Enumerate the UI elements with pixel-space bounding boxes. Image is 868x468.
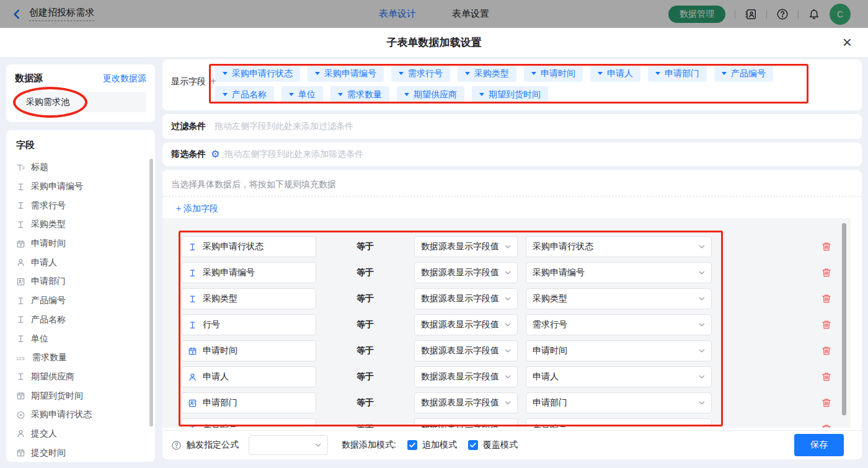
- field-item[interactable]: 申请时间: [16, 234, 145, 254]
- datasource-selected-item[interactable]: 采购需求池: [15, 92, 146, 112]
- change-datasource-link[interactable]: 更改数据源: [103, 73, 146, 84]
- help-icon[interactable]: [171, 440, 182, 451]
- source-field-select[interactable]: 采购申请行状态: [526, 236, 712, 257]
- rule-field-box[interactable]: 采购类型: [181, 288, 316, 309]
- gear-icon[interactable]: ⚙: [211, 149, 219, 159]
- check-icon: [469, 441, 477, 449]
- caret-down-icon: [315, 72, 320, 75]
- source-field-select[interactable]: 需求行号: [526, 314, 712, 335]
- source-field-select[interactable]: 申请部门: [526, 392, 712, 413]
- display-field-tag[interactable]: 需求行号: [391, 65, 450, 82]
- filter-condition-dropzone[interactable]: 拖动左侧字段到此处来添加过滤条件: [215, 121, 353, 132]
- overwrite-mode-label: 覆盖模式: [483, 439, 518, 451]
- rule-field-label: 申请人: [203, 371, 229, 382]
- display-field-tag[interactable]: 申请时间: [524, 65, 583, 82]
- field-item[interactable]: 期望供应商: [16, 368, 145, 387]
- delete-row-button[interactable]: [821, 423, 832, 428]
- display-field-tag[interactable]: 申请人: [590, 65, 640, 82]
- display-field-tag[interactable]: 申请部门: [648, 65, 707, 82]
- rule-field-box[interactable]: 采购申请行状态: [181, 236, 316, 257]
- field-item[interactable]: 采购申请行状态: [16, 405, 145, 425]
- rule-field-box[interactable]: 申请时间: [181, 340, 316, 361]
- rule-field-box[interactable]: 申请人: [181, 366, 316, 387]
- append-mode-checkbox[interactable]: [407, 440, 417, 450]
- rule-field-box[interactable]: 行号: [181, 314, 316, 335]
- source-field-select[interactable]: 申请时间: [526, 340, 712, 361]
- display-field-tag[interactable]: 产品编号: [714, 65, 773, 82]
- field-item[interactable]: 单位: [16, 329, 145, 348]
- field-item[interactable]: 采购类型: [16, 215, 145, 234]
- field-item[interactable]: 采购申请编号: [16, 177, 145, 196]
- avatar[interactable]: C: [830, 4, 851, 25]
- rule-field-box[interactable]: 采购申请编号: [181, 262, 316, 283]
- field-item[interactable]: 需求行号: [16, 196, 145, 215]
- source-type-select[interactable]: 数据源表显示字段值: [414, 288, 518, 309]
- close-icon[interactable]: ×: [843, 34, 852, 50]
- display-field-tag[interactable]: 单位: [281, 86, 323, 103]
- rule-row: 采购类型 等于 数据源表显示字段值 采购类型: [162, 288, 851, 309]
- chevron-down-icon: [504, 347, 512, 355]
- person-icon: [188, 373, 197, 382]
- trigger-formula-label: 触发指定公式: [187, 439, 239, 451]
- datasource-panel: 数据源 更改数据源 采购需求池: [6, 64, 155, 122]
- display-field-tag[interactable]: 期望供应商: [397, 86, 464, 103]
- source-field-select[interactable]: 申请人: [526, 366, 712, 387]
- bell-icon[interactable]: [808, 8, 820, 20]
- field-item[interactable]: 产品编号: [16, 291, 145, 311]
- save-button[interactable]: 保存: [794, 434, 844, 456]
- overwrite-mode-checkbox[interactable]: [468, 440, 478, 450]
- source-type-select[interactable]: 数据源表显示字段值: [414, 236, 518, 257]
- chevron-down-icon: [504, 269, 512, 276]
- source-type-select[interactable]: 数据源表显示字段值: [414, 340, 518, 361]
- delete-row-button[interactable]: [821, 397, 832, 408]
- display-field-tag[interactable]: 采购类型: [458, 65, 516, 82]
- source-type-select[interactable]: 数据源表显示字段值: [414, 366, 518, 387]
- delete-row-button[interactable]: [821, 319, 832, 330]
- field-item[interactable]: 产品名称: [16, 311, 145, 330]
- display-field-tag[interactable]: 产品名称: [215, 86, 274, 103]
- tab-form-design[interactable]: 表单设计: [379, 8, 416, 20]
- tab-form-settings[interactable]: 表单设置: [452, 8, 489, 20]
- source-field-select[interactable]: 产品编号: [526, 418, 712, 428]
- svg-text:123: 123: [16, 356, 25, 361]
- help-icon[interactable]: [776, 8, 789, 20]
- person-icon: [16, 429, 25, 438]
- delete-row-button[interactable]: [821, 241, 832, 252]
- rule-field-box[interactable]: 申请部门: [181, 392, 316, 413]
- source-type-select[interactable]: 数据源表显示字段值: [414, 314, 518, 335]
- display-field-tags: 采购申请行状态 采购申请编号 需求行号 采购类型: [215, 65, 832, 103]
- source-field-select[interactable]: 采购类型: [526, 288, 712, 309]
- chevron-down-icon: [504, 399, 512, 407]
- display-field-tag[interactable]: 需求数量: [330, 86, 389, 103]
- chevron-down-icon: [504, 295, 512, 302]
- fields-scrollbar[interactable]: [149, 159, 153, 426]
- source-field-select[interactable]: 采购申请编号: [526, 262, 712, 283]
- append-mode-label: 追加模式: [422, 439, 457, 451]
- field-item[interactable]: 标题: [16, 158, 145, 177]
- source-type-select[interactable]: 数据源表显示字段值: [414, 392, 518, 413]
- display-field-tag[interactable]: 采购申请编号: [308, 65, 384, 82]
- display-field-tag[interactable]: 期望到货时间: [472, 86, 548, 103]
- formula-select[interactable]: [249, 435, 328, 455]
- screening-condition-dropzone[interactable]: 拖动左侧字段到此处来添加筛选条件: [224, 149, 363, 160]
- add-field-button[interactable]: + 添加字段: [176, 203, 218, 214]
- data-manage-button[interactable]: 数据管理: [668, 6, 725, 23]
- field-item[interactable]: 提交时间: [16, 443, 145, 462]
- source-type-select[interactable]: 数据源表显示字段值: [414, 418, 518, 428]
- field-item[interactable]: 申请人: [16, 253, 145, 272]
- delete-row-button[interactable]: [821, 293, 832, 304]
- delete-row-button[interactable]: [821, 371, 832, 382]
- delete-row-button[interactable]: [821, 345, 832, 356]
- field-item[interactable]: 申请部门: [16, 272, 145, 291]
- field-item[interactable]: 提交人: [16, 425, 145, 444]
- display-field-tag[interactable]: 采购申请行状态: [215, 65, 300, 82]
- field-item[interactable]: 123 需求数量: [16, 348, 145, 368]
- text-icon: [188, 242, 197, 252]
- rule-field-box[interactable]: 产品编号: [181, 418, 316, 428]
- field-item[interactable]: 期望到货时间: [16, 386, 145, 405]
- equals-label: 等于: [356, 371, 374, 382]
- rules-scrollbar[interactable]: [842, 223, 846, 415]
- source-type-select[interactable]: 数据源表显示字段值: [414, 262, 518, 283]
- contacts-icon[interactable]: [745, 8, 757, 20]
- delete-row-button[interactable]: [821, 267, 832, 278]
